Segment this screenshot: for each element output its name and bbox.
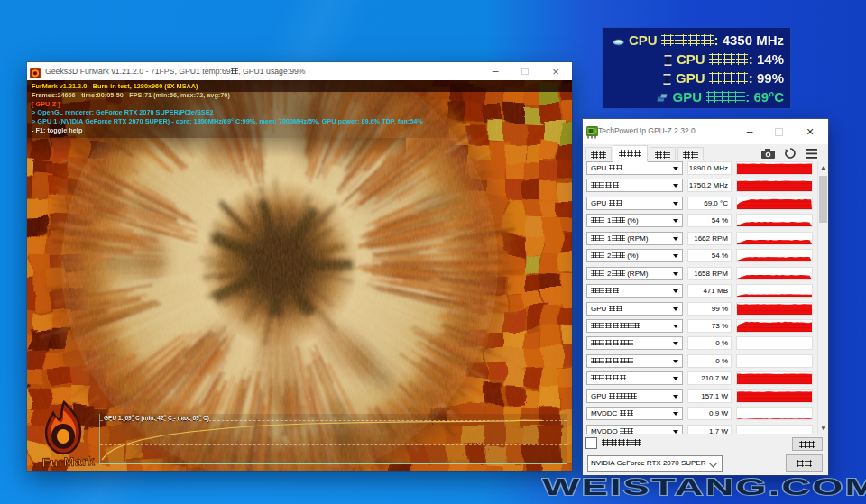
svg-text:WEISTANG.COM: WEISTANG.COM — [542, 474, 866, 500]
